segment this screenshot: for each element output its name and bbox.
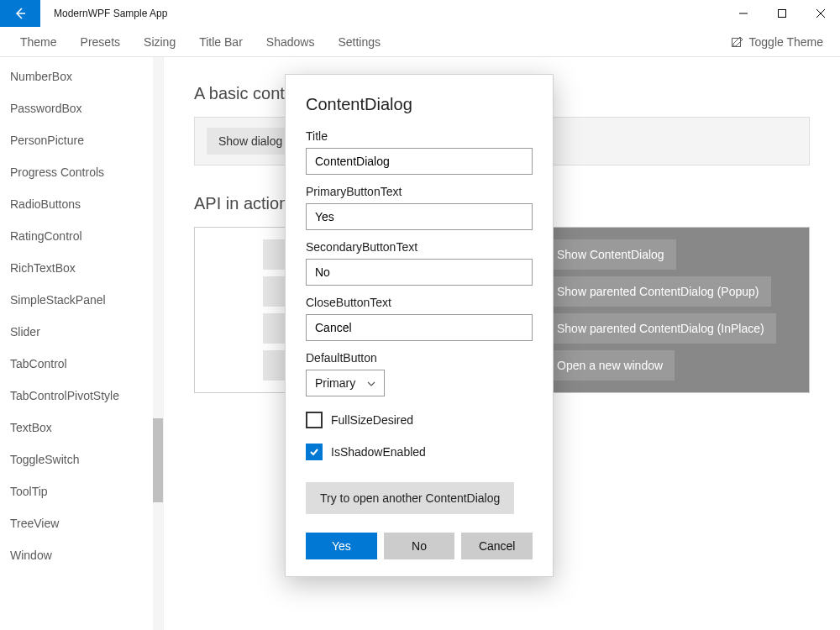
close-input[interactable] bbox=[306, 314, 533, 341]
primary-input[interactable] bbox=[306, 203, 533, 230]
dialog-primary-button[interactable]: Yes bbox=[306, 533, 377, 559]
primary-field-label: PrimaryButtonText bbox=[306, 185, 533, 198]
back-button[interactable] bbox=[0, 0, 40, 27]
app-title: ModernWPF Sample App bbox=[40, 8, 167, 19]
secondary-field-label: SecondaryButtonText bbox=[306, 240, 533, 254]
right-btn-0[interactable]: Show ContentDialog bbox=[545, 239, 676, 270]
check-icon bbox=[309, 447, 319, 457]
sidebar-item[interactable]: ToggleSwitch bbox=[0, 444, 163, 475]
sidebar-item[interactable]: TabControl bbox=[0, 348, 163, 380]
maximize-button[interactable] bbox=[763, 0, 801, 27]
back-arrow-icon bbox=[13, 7, 27, 20]
sidebar-item[interactable]: Window bbox=[0, 539, 163, 571]
title-input[interactable] bbox=[306, 148, 533, 175]
sidebar-item[interactable]: TabControlPivotStyle bbox=[0, 380, 163, 412]
title-field-label: Title bbox=[306, 129, 533, 143]
sidebar-item[interactable]: TreeView bbox=[0, 507, 163, 539]
default-combobox[interactable]: Primary bbox=[306, 370, 385, 396]
fullsize-checkbox-label: FullSizeDesired bbox=[331, 413, 413, 427]
chevron-down-icon bbox=[367, 378, 375, 388]
right-btn-2[interactable]: Show parented ContentDialog (InPlace) bbox=[545, 313, 776, 344]
close-button[interactable] bbox=[801, 0, 840, 27]
content-dialog: ContentDialog Title PrimaryButtonText Se… bbox=[285, 74, 554, 577]
sidebar-item[interactable]: TextBox bbox=[0, 412, 163, 444]
sidebar-item[interactable]: ToolTip bbox=[0, 475, 163, 507]
minimize-icon bbox=[739, 9, 748, 18]
titlebar: ModernWPF Sample App bbox=[0, 0, 840, 27]
try-open-button[interactable]: Try to open another ContentDialog bbox=[306, 482, 514, 514]
edit-icon bbox=[731, 35, 744, 49]
right-btn-1[interactable]: Show parented ContentDialog (Popup) bbox=[545, 276, 771, 307]
default-field-label: DefaultButton bbox=[306, 351, 533, 365]
sidebar-item[interactable]: RatingControl bbox=[0, 220, 163, 252]
default-combobox-value: Primary bbox=[315, 376, 355, 390]
menu-titlebar[interactable]: Title Bar bbox=[189, 30, 253, 54]
sidebar-item[interactable]: RichTextBox bbox=[0, 252, 163, 284]
close-icon bbox=[816, 9, 825, 18]
secondary-input[interactable] bbox=[306, 259, 533, 286]
sidebar-item[interactable]: PasswordBox bbox=[0, 92, 163, 124]
sidebar-item[interactable]: SimpleStackPanel bbox=[0, 284, 163, 316]
dialog-close-button[interactable]: Cancel bbox=[461, 533, 533, 559]
svg-rect-1 bbox=[779, 10, 786, 18]
sidebar-item[interactable]: PersonPicture bbox=[0, 124, 163, 156]
shadow-checkbox-label: IsShadowEnabled bbox=[331, 445, 426, 459]
dialog-title: ContentDialog bbox=[306, 95, 533, 114]
sidebar-item[interactable]: Progress Controls bbox=[0, 156, 163, 188]
fullsize-checkbox[interactable] bbox=[306, 412, 323, 428]
sidebar-item[interactable]: Slider bbox=[0, 316, 163, 348]
sidebar-item[interactable]: RadioButtons bbox=[0, 188, 163, 220]
toggle-theme-button[interactable]: Toggle Theme bbox=[724, 32, 830, 52]
sidebar-item[interactable]: NumberBox bbox=[0, 60, 163, 92]
menu-theme[interactable]: Theme bbox=[10, 30, 67, 54]
menubar: Theme Presets Sizing Title Bar Shadows S… bbox=[0, 27, 840, 57]
minimize-button[interactable] bbox=[724, 0, 763, 27]
menu-sizing[interactable]: Sizing bbox=[134, 30, 186, 54]
sidebar-scrollbar[interactable] bbox=[153, 57, 163, 630]
menu-shadows[interactable]: Shadows bbox=[256, 30, 325, 54]
menu-settings[interactable]: Settings bbox=[328, 30, 391, 54]
close-field-label: CloseButtonText bbox=[306, 296, 533, 309]
dialog-secondary-button[interactable]: No bbox=[384, 533, 455, 559]
sidebar: NumberBox PasswordBox PersonPicture Prog… bbox=[0, 57, 164, 630]
toggle-theme-label: Toggle Theme bbox=[749, 35, 823, 49]
right-btn-3[interactable]: Open a new window bbox=[545, 350, 675, 381]
scrollbar-thumb[interactable] bbox=[153, 418, 163, 502]
maximize-icon bbox=[778, 9, 786, 18]
shadow-checkbox[interactable] bbox=[306, 444, 323, 460]
menu-presets[interactable]: Presets bbox=[71, 30, 130, 54]
show-dialog-button[interactable]: Show dialog bbox=[207, 128, 294, 155]
